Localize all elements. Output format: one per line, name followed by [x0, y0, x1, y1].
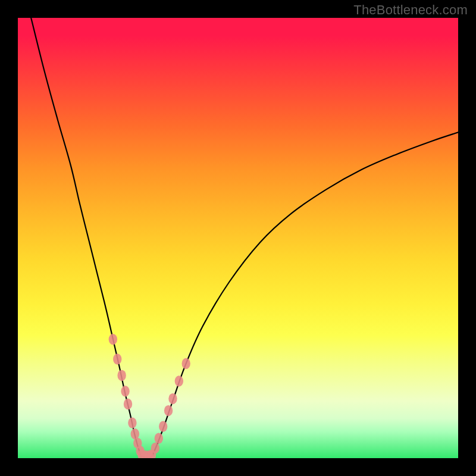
data-point — [164, 405, 173, 416]
data-point — [113, 353, 121, 364]
chart-svg — [18, 18, 458, 458]
data-point — [159, 421, 167, 432]
data-point — [168, 393, 177, 404]
data-point — [155, 433, 163, 444]
data-point — [121, 386, 129, 396]
series-right-curve — [152, 132, 458, 456]
data-point — [124, 399, 132, 409]
data-point — [181, 358, 190, 369]
data-point — [109, 334, 117, 345]
data-point — [151, 443, 159, 453]
plot-area — [18, 18, 458, 458]
data-point — [117, 370, 126, 381]
chart-container: TheBottleneck.com — [0, 0, 476, 476]
data-point — [175, 375, 183, 386]
data-point — [128, 418, 136, 428]
watermark-text: TheBottleneck.com — [353, 2, 468, 18]
